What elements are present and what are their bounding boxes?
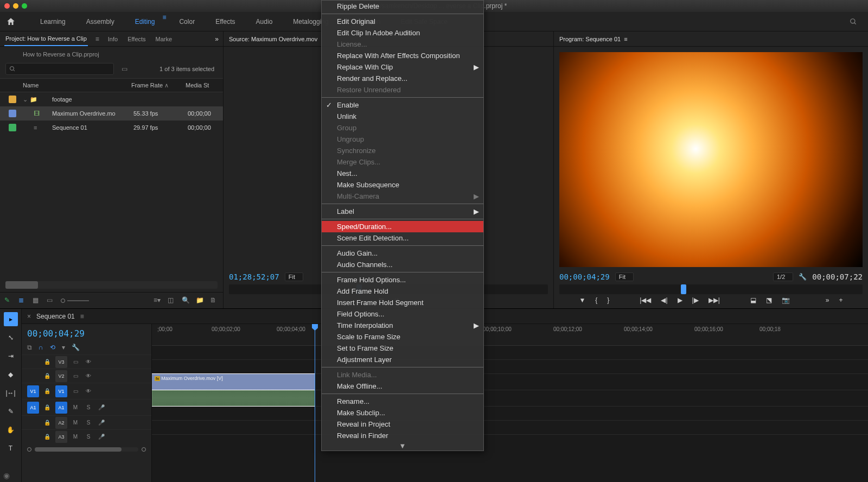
menu-replace-with-clip[interactable]: Replace With Clip▶ [322,61,483,73]
workspace-assembly[interactable]: Assembly [79,14,122,30]
hand-tool[interactable]: ✋ [4,423,18,437]
button-editor-more-icon[interactable]: » [826,296,829,304]
extract-icon[interactable]: ⬔ [766,296,772,304]
source-timecode-in[interactable]: 01;28;52;07 [229,272,279,281]
menu-field-options[interactable]: Field Options... [322,308,483,320]
label-color[interactable] [9,96,16,103]
menu-replace-with-after-effects-composition[interactable]: Replace With After Effects Composition [322,50,483,61]
menu-time-interpolation[interactable]: Time Interpolation▶ [322,320,483,331]
sync-lock-icon[interactable]: ▭ [71,386,80,396]
selection-tool[interactable]: ▸ [4,312,18,326]
menu-ripple-delete[interactable]: Ripple Delete [322,1,483,12]
menu-insert-frame-hold-segment[interactable]: Insert Frame Hold Segment [322,297,483,308]
menu-audio-gain[interactable]: Audio Gain... [322,248,483,259]
track-v1-lane[interactable]: fxMaximum Overdrive.mov [V] [152,374,868,390]
menu-set-to-frame-size[interactable]: Set to Frame Size [322,343,483,354]
track-a1-lane[interactable] [152,390,868,407]
search-icon[interactable] [850,18,857,26]
menu-add-frame-hold[interactable]: Add Frame Hold [322,286,483,297]
menu-make-offline[interactable]: Make Offline... [322,380,483,392]
lock-icon[interactable]: 🔒 [42,357,52,367]
track-a3-lane[interactable] [152,421,868,435]
menu-render-and-replace[interactable]: Render and Replace... [322,73,483,84]
program-timecode-in[interactable]: 00;00;04;29 [559,272,610,281]
clip-audio[interactable] [152,390,315,406]
menu-make-subsequence[interactable]: Make Subsequence [322,179,483,191]
play-icon[interactable]: ▶ [678,296,682,304]
pen-icon[interactable]: ✎ [4,296,13,305]
timeline-ruler[interactable]: ;00;0000;00;02;0000;00;04;0000;00;10;000… [152,324,868,346]
source-patch[interactable]: V1 [27,385,39,397]
lock-icon[interactable]: 🔒 [42,403,52,413]
track-select-tool[interactable]: ⤡ [4,331,18,345]
track-target[interactable]: A1 [55,402,67,414]
snap-icon[interactable]: ∩ [39,344,43,351]
icon-view-icon[interactable]: ▦ [33,296,41,305]
clip-video[interactable]: fxMaximum Overdrive.mov [V] [152,374,315,390]
timeline-playhead-timecode[interactable]: 00;00;04;29 [27,328,85,339]
button-editor-add-icon[interactable]: + [839,296,843,304]
new-bin-icon[interactable]: 📁 [196,296,205,305]
menu-frame-hold-options[interactable]: Frame Hold Options... [322,274,483,286]
tab-source[interactable]: Source: Maximum Overdrive.mov [228,33,318,46]
menu-scene-edit-detection[interactable]: Scene Edit Detection... [322,232,483,244]
track-header-v1[interactable]: V1🔒V1▭👁 [22,383,151,399]
tab-markers[interactable]: Marke [155,33,174,46]
creative-cloud-icon[interactable]: ◉ [3,471,10,480]
export-frame-icon[interactable]: 📷 [782,296,790,304]
zoom-out-icon[interactable] [27,447,31,452]
tab-menu-icon[interactable]: ≡ [95,35,99,43]
workspace-learning[interactable]: Learning [33,14,73,30]
program-fit-dropdown[interactable]: Fit [615,272,634,281]
workspace-editing[interactable]: Editing [127,14,163,30]
menu-speed-duration[interactable]: Speed/Duration... [322,221,483,232]
solo-icon[interactable]: S [84,403,93,413]
find-icon[interactable]: 🔍 [182,296,190,305]
menu-audio-channels[interactable]: Audio Channels... [322,259,483,270]
type-tool[interactable]: T [4,441,18,455]
add-marker-icon[interactable]: ▼ [579,296,585,304]
ripple-edit-tool[interactable]: ⇥ [4,349,18,363]
slip-tool[interactable]: |↔| [4,386,18,400]
timeline-zoom-scrollbar[interactable] [35,447,138,452]
home-button[interactable] [0,17,22,27]
sequence-menu-icon[interactable]: ≡ [80,313,84,320]
freeform-view-icon[interactable]: ▭ [47,296,55,305]
lift-icon[interactable]: ⬓ [750,296,756,304]
lock-icon[interactable]: 🔒 [42,432,52,442]
track-a2-lane[interactable] [152,407,868,421]
voiceover-icon[interactable]: 🎤 [97,432,106,442]
step-back-icon[interactable]: ◀| [661,296,667,304]
playhead[interactable] [315,324,315,482]
lock-icon[interactable]: 🔒 [42,371,52,381]
track-header-a2[interactable]: 🔒A2MS🎤 [22,415,151,429]
menu-reveal-in-project[interactable]: Reveal in Project [322,418,483,430]
menu-nest[interactable]: Nest... [322,168,483,179]
lock-icon[interactable]: 🔒 [42,418,52,428]
automate-icon[interactable]: ◫ [168,296,176,305]
tab-effects[interactable]: Effects [126,33,146,46]
zoom-in-icon[interactable] [142,447,146,452]
project-horizontal-scrollbar[interactable] [5,281,218,289]
track-target[interactable]: A2 [55,417,67,429]
more-tabs-icon[interactable]: » [215,35,219,43]
razor-tool[interactable]: ◆ [4,367,18,382]
solo-icon[interactable]: S [84,418,93,428]
marker-icon[interactable]: ▾ [62,344,65,351]
workspace-effects[interactable]: Effects [208,14,242,30]
program-monitor[interactable] [559,52,863,267]
voiceover-icon[interactable]: 🎤 [97,403,106,413]
nest-toggle-icon[interactable]: ⧉ [27,344,32,351]
close-window[interactable] [4,3,10,9]
settings-wrench-icon[interactable]: 🔧 [72,344,80,351]
source-patch[interactable]: A1 [27,402,39,414]
close-sequence-icon[interactable]: × [27,313,31,320]
bin-filter-icon[interactable]: ▭ [122,65,127,73]
linked-sel-icon[interactable]: ⟲ [50,344,55,351]
sort-icon[interactable]: ≡▾ [154,296,162,305]
mute-icon[interactable]: M [71,432,80,442]
track-target[interactable]: A3 [55,431,67,443]
track-header-v3[interactable]: 🔒V3▭👁 [22,354,151,369]
col-name[interactable]: Name [23,82,131,88]
table-row[interactable]: 🎞Maximum Overdrive.mo55.33 fps00;00;00 [0,106,223,120]
